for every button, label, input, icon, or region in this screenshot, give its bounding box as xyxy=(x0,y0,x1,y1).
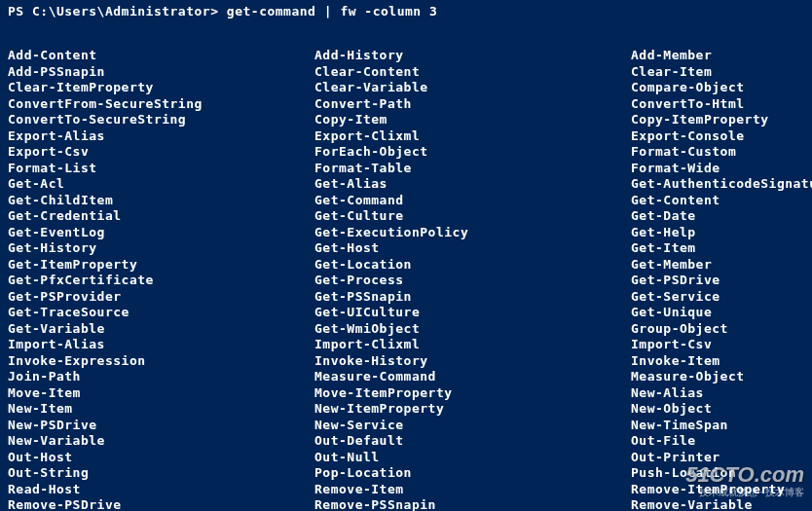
prompt-line[interactable]: PS C:\Users\Administrator> get-command |… xyxy=(8,4,804,18)
command-item: Get-Content xyxy=(631,193,812,209)
command-item: Invoke-History xyxy=(314,353,631,370)
command-item: Get-PfxCertificate xyxy=(8,273,314,289)
command-item: Invoke-Item xyxy=(631,353,812,370)
command-item: Move-ItemProperty xyxy=(314,385,631,402)
command-item: New-Object xyxy=(631,401,812,418)
output-column-1: Add-ContentAdd-PSSnapinClear-ItemPropert… xyxy=(8,48,314,511)
command-item: Get-Host xyxy=(314,240,631,257)
output-column-2: Add-HistoryClear-ContentClear-VariableCo… xyxy=(314,48,631,511)
command-item: Import-Csv xyxy=(631,337,812,353)
command-item: Format-Table xyxy=(314,161,631,177)
command-item: Get-Date xyxy=(631,208,812,225)
command-item: Get-Culture xyxy=(314,208,631,225)
command-item: New-PSDrive xyxy=(8,418,314,434)
command-item: Clear-ItemProperty xyxy=(8,80,314,96)
command-item: Get-UICulture xyxy=(314,305,631,321)
command-item: Measure-Object xyxy=(631,369,812,385)
command-item: Out-Host xyxy=(8,450,314,466)
command-item: ForEach-Object xyxy=(314,144,631,161)
command-item: ConvertTo-SecureString xyxy=(8,112,314,128)
command-item: New-Service xyxy=(314,418,631,434)
command-item: Format-List xyxy=(8,161,314,177)
command-item: ConvertTo-Html xyxy=(631,96,812,113)
command-item: Get-ExecutionPolicy xyxy=(314,225,631,241)
command-item: Get-PSSnapin xyxy=(314,289,631,306)
command-item: Remove-Variable xyxy=(631,497,812,511)
command-item: Remove-PSSnapin xyxy=(314,497,631,511)
command-item: Copy-Item xyxy=(314,112,631,128)
command-item: Get-Credential xyxy=(8,208,314,225)
command-item: Clear-Item xyxy=(631,64,812,81)
command-item: New-Alias xyxy=(631,385,812,402)
command-item: Get-Item xyxy=(631,240,812,257)
command-item: Add-History xyxy=(314,48,631,64)
command-item: Import-Clixml xyxy=(314,337,631,353)
command-item: Add-Content xyxy=(8,48,314,64)
output-column-3: Add-MemberClear-ItemCompare-ObjectConver… xyxy=(631,48,812,511)
command-item: Format-Wide xyxy=(631,161,812,177)
command-item: Get-Process xyxy=(314,273,631,289)
command-item: Export-Console xyxy=(631,128,812,145)
command-item: Get-ItemProperty xyxy=(8,257,314,274)
command-item: Get-EventLog xyxy=(8,225,314,241)
command-item: Group-Object xyxy=(631,321,812,338)
command-item: Out-Null xyxy=(314,450,631,466)
command-item: Get-PSDrive xyxy=(631,273,812,289)
command-item: Get-ChildItem xyxy=(8,193,314,209)
command-item: Convert-Path xyxy=(314,96,631,113)
command-item: Get-Command xyxy=(314,193,631,209)
command-item: New-Variable xyxy=(8,433,314,450)
command-item: Invoke-Expression xyxy=(8,353,314,370)
command-item: Out-Printer xyxy=(631,450,812,466)
command-item: Get-History xyxy=(8,240,314,257)
command-item: Get-AuthenticodeSignature xyxy=(631,176,812,193)
command-item: Out-Default xyxy=(314,433,631,450)
command-item: Out-File xyxy=(631,433,812,450)
command-item: Remove-PSDrive xyxy=(8,497,314,511)
command-item: Clear-Variable xyxy=(314,80,631,96)
command-item: Out-String xyxy=(8,465,314,482)
command-item: Clear-Content xyxy=(314,64,631,81)
command-item: ConvertFrom-SecureString xyxy=(8,96,314,113)
command-item: Get-Alias xyxy=(314,176,631,193)
command-item: Get-Unique xyxy=(631,305,812,321)
command-item: Get-Variable xyxy=(8,321,314,338)
command-item: Get-Service xyxy=(631,289,812,306)
command-item: Get-Member xyxy=(631,257,812,274)
command-item: Get-Location xyxy=(314,257,631,274)
command-item: Remove-Item xyxy=(314,482,631,498)
command-item: Format-Custom xyxy=(631,144,812,161)
command-item: Move-Item xyxy=(8,385,314,402)
command-item: Push-Location xyxy=(631,465,812,482)
command-output-grid: Add-ContentAdd-PSSnapinClear-ItemPropert… xyxy=(8,48,804,511)
command-item: Copy-ItemProperty xyxy=(631,112,812,128)
command-item: Export-Alias xyxy=(8,128,314,145)
command-item: Remove-ItemProperty xyxy=(631,482,812,498)
command-item: Add-PSSnapin xyxy=(8,64,314,81)
command-item: New-TimeSpan xyxy=(631,418,812,434)
command-item: Export-Csv xyxy=(8,144,314,161)
command-item: Get-TraceSource xyxy=(8,305,314,321)
command-item: Get-Acl xyxy=(8,176,314,193)
command-item: Pop-Location xyxy=(314,465,631,482)
command-item: New-Item xyxy=(8,401,314,418)
command-item: Read-Host xyxy=(8,482,314,498)
command-item: Measure-Command xyxy=(314,369,631,385)
command-item: Compare-Object xyxy=(631,80,812,96)
command-item: Get-PSProvider xyxy=(8,289,314,306)
command-item: Export-Clixml xyxy=(314,128,631,145)
command-item: Join-Path xyxy=(8,369,314,385)
command-item: Add-Member xyxy=(631,48,812,64)
command-item: New-ItemProperty xyxy=(314,401,631,418)
command-item: Get-WmiObject xyxy=(314,321,631,338)
command-item: Get-Help xyxy=(631,225,812,241)
command-item: Import-Alias xyxy=(8,337,314,353)
